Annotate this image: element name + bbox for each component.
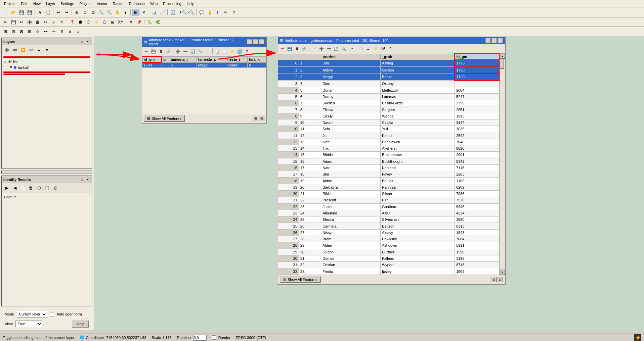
menu-plugins[interactable]: Plugins [77,1,94,6]
table-row-grob-17[interactable]: 17 18 Shir Favey 2265 [278,171,500,178]
scroll-up-grob[interactable]: ▲ [500,53,505,59]
col-idgm-tacka6[interactable]: id_gm [142,56,162,62]
table-row-grob-6[interactable]: 6 7 Suellen Basini-Gazzi 2299 [278,100,500,106]
table-row-grob-31[interactable]: 31 32 Cristian Wyper 8718 [278,262,500,268]
view-select[interactable]: Tree [15,321,42,327]
text-btn[interactable]: T [214,9,221,16]
table-row-grob-24[interactable]: 24 25 Electra Silvermann 3580 [278,216,500,223]
menu-view[interactable]: View [30,1,43,6]
undo-btn[interactable]: ↩ [55,9,62,16]
rotation-input[interactable] [193,335,207,341]
capture-btn[interactable]: 📍 [69,18,76,26]
identify-btn[interactable]: ℹ [122,9,129,16]
layers-settings-btn[interactable]: ⚙ [27,46,35,54]
snap7-btn[interactable]: ⊸ [50,28,57,35]
attr-max-grob[interactable]: □ [491,38,497,43]
help-button[interactable]: Help [72,320,89,328]
move-btn[interactable]: ✂ [42,18,49,26]
identify-tb7[interactable]: ⎙ [51,184,59,192]
redo-btn[interactable]: ↪ [63,9,70,16]
table-row-grob-22[interactable]: 22 23 Justen Gonthard 5446 [278,203,500,210]
mode-select[interactable]: Current layer [17,311,47,318]
col-ime-grob[interactable]: prezime [321,54,381,60]
zoom-full-btn[interactable]: ⊞ [73,9,81,16]
at2-col[interactable]: ⊞ [357,45,364,52]
table-row-grob-20[interactable]: 20 21 Rikki Silson 7086 [278,191,500,197]
table-row-grob-25[interactable]: 25 26 Carmela Battson 6313 [278,223,500,229]
col-tamesta2-tacka6[interactable]: tamesta_p [197,56,226,62]
col-num-grob[interactable] [299,54,321,60]
footer-icon2-tacka6[interactable]: ⊡ [259,116,264,121]
footer-icon1-tacka6[interactable]: ⊞ [253,116,258,121]
footer-icon2-grob[interactable]: ⊡ [498,277,503,282]
scroll-down-grob[interactable]: ▼ [500,270,505,275]
merge-btn[interactable]: ⊞ [109,18,116,26]
at1-help[interactable]: ? [244,48,250,55]
at1-filter[interactable]: ⚡ [229,48,235,55]
at2-refresh[interactable]: 🔄 [333,45,340,52]
col-rownum-grob[interactable] [278,54,299,60]
snap8-btn[interactable]: ⊻ [58,28,66,35]
save2-btn[interactable]: 💾 [10,18,17,26]
table-row-grob-21[interactable]: 21 22 Prescott Pirri 7520 [278,197,500,203]
table-row-grob-0[interactable]: 0 1 Ullis Astling 1790 [278,60,500,67]
snap4-btn[interactable]: ⊞ [26,28,33,35]
del-btn[interactable]: 🗑 [34,18,41,26]
scroll-thumb-grob[interactable] [500,59,504,69]
table-row-grob-16[interactable]: 16 17 Nate Nealand 7118 [278,164,500,171]
python-btn[interactable]: 🐍 [146,18,153,26]
identify-tb3[interactable]: 📄 [19,184,27,192]
snapping-btn[interactable]: ⊞ [2,28,9,35]
table-row-grob-29[interactable]: 29 30 Jo ann Durtnell 1590 [278,249,500,255]
table-row-grob-9[interactable]: 9 10 Naomi Czajka 3144 [278,119,500,126]
menu-settings[interactable]: Settings [58,1,77,6]
render-checkbox[interactable] [212,335,216,340]
table-row-grob-23[interactable]: 23 24 Albertina Albut 4534 [278,210,500,216]
col-tsta-tacka6[interactable]: tsta_k [248,56,266,62]
table-row-grob-30[interactable]: 30 31 Domini Fallens 3196 [278,255,500,261]
table-row-grob-12[interactable]: 12 13 Ivett Popplewell 7040 [278,139,500,145]
split-btn[interactable]: ⚡ [93,18,100,26]
at1-calc[interactable]: 🔢 [236,48,243,55]
layers-close-btn[interactable]: ✕ [85,39,90,44]
at2-more[interactable]: ⋯ [348,45,354,52]
layers-add-btn[interactable]: ➕ [3,46,10,54]
compose-btn[interactable]: 📋 [44,9,52,16]
at2-arrow[interactable]: → [311,45,317,52]
at1-link[interactable]: 🔗 [165,48,172,55]
at1-add[interactable]: ➕ [175,48,181,55]
show-all-tacka6[interactable]: ⊞ Show All Features [144,115,185,122]
zoom-layer-btn[interactable]: ⊡ [81,9,89,16]
attr-min-tacka6[interactable]: _ [247,39,252,45]
col-nesta-tacka6[interactable]: nesta_j [226,56,247,62]
edit2-btn[interactable]: ✏ [222,9,229,16]
identify-tb2[interactable]: ◀ [11,184,18,192]
at1-pencil[interactable]: ✏ [143,48,149,55]
at2-add[interactable]: ➕ [318,45,325,52]
identify-tb4[interactable]: 🗑 [27,184,35,192]
menu-processing[interactable]: Processing [160,1,184,6]
edit3-btn[interactable]: ✏ [2,18,9,26]
identify-tb5[interactable]: ⬡ [35,184,43,192]
snap10-btn[interactable]: ⊿ [74,28,82,35]
snap2-btn[interactable]: ⊡ [10,28,17,35]
table-row-grob-15[interactable]: 15 16 Adam Buckthought 5342 [278,158,500,164]
col-grob-grob[interactable]: id_gm [455,54,499,60]
rollback-btn[interactable]: ↩ [18,18,25,26]
snap9-btn[interactable]: ⊼ [66,28,74,35]
coord-btn[interactable]: XY [117,18,124,26]
node-btn[interactable]: ⊹ [50,18,57,26]
menu-project[interactable]: Project [1,1,18,6]
layers-filter-btn[interactable]: 🔽 [19,46,27,54]
at2-link[interactable]: 🔗 [301,45,308,52]
attr-close-grob[interactable]: ✕ [498,38,503,43]
stats-btn[interactable]: 📈 [159,9,166,16]
snap5-btn[interactable]: ⊹ [34,28,41,35]
save-as-btn[interactable]: 💾 [26,9,33,16]
pan-btn[interactable]: ✋ [114,9,121,16]
table-row-grob-14[interactable]: 14 15 Bibbie Brokenbrow 2991 [278,152,500,158]
add-btn[interactable]: ➕ [26,18,33,26]
help-btn2[interactable]: ? [230,9,238,16]
identify-tb6[interactable]: 📋 [43,184,51,192]
table-row-grob-32[interactable]: 32 33 Fredia Ipsley 1509 [278,268,500,275]
